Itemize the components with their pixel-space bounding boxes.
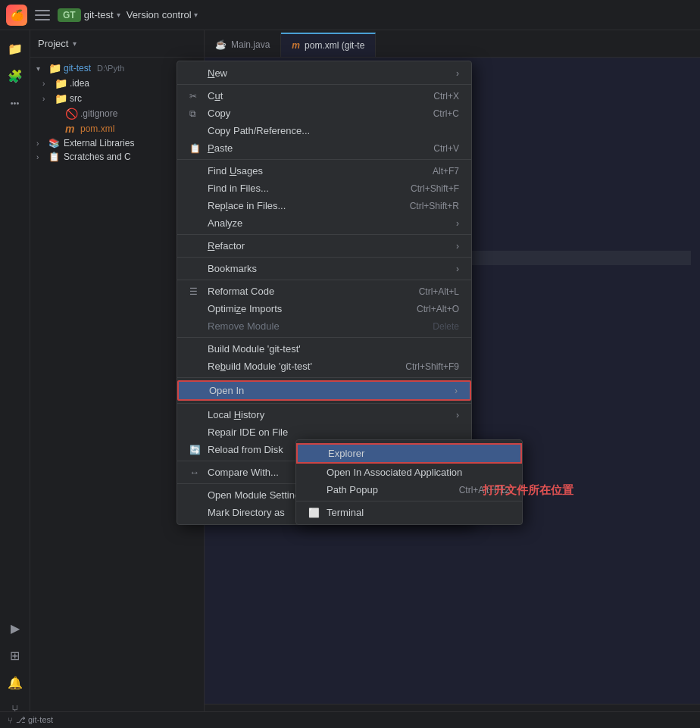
menu-item-cut[interactable]: ✂ Cut Ctrl+X: [177, 87, 471, 105]
menu-item-rebuild-module-label: Rebuild Module 'git-test': [208, 361, 399, 372]
menu-item-find-files[interactable]: Find in Files... Ctrl+Shift+F: [177, 180, 471, 197]
tree-label-gitignore: .gitignore: [80, 108, 117, 119]
menu-item-repair-ide-label: Repair IDE on File: [208, 426, 459, 438]
project-panel-chevron[interactable]: ▾: [73, 39, 77, 48]
menu-sep-7: [177, 377, 471, 378]
copy-icon: ⧉: [189, 108, 202, 119]
rebuild-module-shortcut: Ctrl+Shift+F9: [405, 361, 459, 372]
menu-item-find-usages[interactable]: Find Usages Alt+F7: [177, 162, 471, 180]
menu-sep-4: [177, 257, 471, 258]
find-usages-shortcut: Alt+F7: [433, 166, 459, 177]
submenu-item-open-associated-label: Open In Associated Application: [327, 467, 510, 478]
menu-item-bookmarks-label: Bookmarks: [208, 263, 450, 274]
tree-path-git-test: D:\Pyth: [97, 64, 124, 73]
reformat-shortcut: Ctrl+Alt+L: [419, 286, 459, 297]
project-panel-title: Project: [38, 38, 68, 49]
git-status[interactable]: ⑂ ⎇ git-test: [8, 715, 53, 725]
submenu-item-terminal-label: Terminal: [327, 507, 510, 518]
hamburger-menu[interactable]: [33, 6, 52, 24]
sidebar-icon-notifications[interactable]: 🔔: [3, 670, 27, 695]
menu-item-analyze[interactable]: Analyze ›: [177, 214, 471, 232]
project-badge: GT: [58, 8, 81, 22]
menu-sep-8: [177, 403, 471, 404]
menu-item-bookmarks[interactable]: Bookmarks ›: [177, 260, 471, 277]
status-bar: ⑂ ⎇ git-test: [0, 711, 700, 728]
tab-pom-xml[interactable]: m pom.xml (git-te: [281, 33, 376, 57]
app-icon: 🍊: [6, 5, 27, 26]
menu-item-build-module-label: Build Module 'git-test': [208, 343, 459, 355]
project-panel-header: Project ▾: [30, 30, 204, 58]
submenu-item-explorer[interactable]: Explorer: [296, 443, 522, 464]
menu-item-refactor-label: Refactor: [208, 240, 450, 252]
open-in-arrow: ›: [455, 386, 458, 396]
file-icon-pomxml: m: [65, 123, 77, 135]
menu-item-remove-module-label: Remove Module: [208, 320, 427, 332]
menu-item-reformat-label: Reformat Code: [208, 286, 413, 297]
project-name-badge[interactable]: GT git-test ▾: [58, 8, 120, 22]
version-control-chevron: ▾: [194, 11, 198, 19]
spacer-pomxml: ›: [53, 125, 62, 133]
tree-label-src: src: [70, 93, 82, 104]
cut-shortcut: Ctrl+X: [433, 91, 459, 102]
title-bar: 🍊 GT git-test ▾ Version control ▾: [0, 0, 700, 30]
folder-icon-git-test: 📁: [48, 62, 61, 74]
tab-icon-pom-xml: m: [292, 40, 300, 51]
sidebar-icon-run[interactable]: ▶: [3, 616, 27, 640]
menu-item-new-label: New: [208, 67, 450, 79]
submenu-item-open-associated[interactable]: Open In Associated Application: [296, 464, 522, 481]
annotation-text: 打开文件所在位置: [483, 483, 573, 498]
sidebar-icon-plugins[interactable]: 🧩: [3, 64, 27, 88]
menu-item-repair-ide[interactable]: Repair IDE on File: [177, 423, 471, 441]
paste-shortcut: Ctrl+V: [433, 143, 459, 154]
tree-label-idea: .idea: [70, 78, 89, 89]
menu-item-optimize[interactable]: Optimize Imports Ctrl+Alt+O: [177, 300, 471, 317]
paste-icon: 📋: [189, 143, 202, 154]
menu-item-refactor[interactable]: Refactor ›: [177, 237, 471, 255]
menu-item-paste[interactable]: 📋 Paste Ctrl+V: [177, 139, 471, 157]
optimize-shortcut: Ctrl+Alt+O: [417, 304, 459, 314]
find-files-shortcut: Ctrl+Shift+F: [411, 183, 459, 194]
tree-chevron-src: ›: [42, 95, 52, 103]
version-control-label: Version control: [127, 9, 192, 20]
submenu-sep-1: [296, 501, 522, 501]
menu-item-remove-module[interactable]: Remove Module Delete: [177, 317, 471, 335]
menu-item-copy-path[interactable]: Copy Path/Reference...: [177, 122, 471, 139]
tree-label-ext-lib: External Libraries: [64, 138, 134, 148]
tab-main-java[interactable]: ☕ Main.java: [205, 33, 281, 57]
tab-icon-main-java: ☕: [215, 39, 227, 50]
menu-item-replace-files[interactable]: Replace in Files... Ctrl+Shift+R: [177, 197, 471, 214]
submenu-item-explorer-label: Explorer: [328, 448, 508, 459]
menu-item-new[interactable]: New ›: [177, 64, 471, 82]
tree-label-pomxml: pom.xml: [80, 123, 114, 134]
menu-item-reformat[interactable]: ☰ Reformat Code Ctrl+Alt+L: [177, 283, 471, 300]
terminal-icon: ⬜: [308, 508, 320, 518]
menu-sep-6: [177, 337, 471, 338]
menu-item-paste-label: Paste: [208, 142, 427, 154]
reload-disk-icon: 🔄: [189, 445, 202, 455]
project-chevron: ▾: [117, 11, 120, 19]
menu-item-build-module[interactable]: Build Module 'git-test': [177, 340, 471, 358]
menu-item-copy[interactable]: ⧉ Copy Ctrl+C: [177, 105, 471, 122]
menu-item-find-usages-label: Find Usages: [208, 165, 427, 177]
submenu-item-path-popup-label: Path Popup: [327, 484, 453, 495]
menu-item-open-in[interactable]: Open In ›: [177, 380, 471, 401]
menu-item-rebuild-module[interactable]: Rebuild Module 'git-test' Ctrl+Shift+F9: [177, 358, 471, 375]
sidebar-icon-more[interactable]: •••: [3, 91, 27, 115]
sidebar-icon-terminal[interactable]: ⊞: [3, 643, 27, 667]
menu-sep-5: [177, 280, 471, 280]
menu-item-local-history[interactable]: Local History ›: [177, 406, 471, 423]
menu-sep-3: [177, 234, 471, 235]
icon-scratches: 📋: [48, 152, 61, 162]
git-branch: ⎇ git-test: [16, 715, 53, 725]
version-control-menu[interactable]: Version control ▾: [127, 9, 198, 20]
tree-chevron-ext-lib: ›: [36, 139, 45, 148]
open-in-submenu: Explorer Open In Associated Application …: [295, 439, 523, 525]
bookmarks-arrow: ›: [456, 264, 459, 274]
cut-icon: ✂: [189, 91, 202, 102]
menu-item-open-in-label: Open In: [209, 385, 448, 396]
tree-chevron-idea: ›: [42, 80, 52, 88]
menu-item-optimize-label: Optimize Imports: [208, 303, 411, 314]
menu-item-new-arrow: ›: [456, 68, 459, 79]
submenu-item-terminal[interactable]: ⬜ Terminal: [296, 504, 522, 521]
sidebar-icon-project[interactable]: 📁: [3, 36, 27, 61]
